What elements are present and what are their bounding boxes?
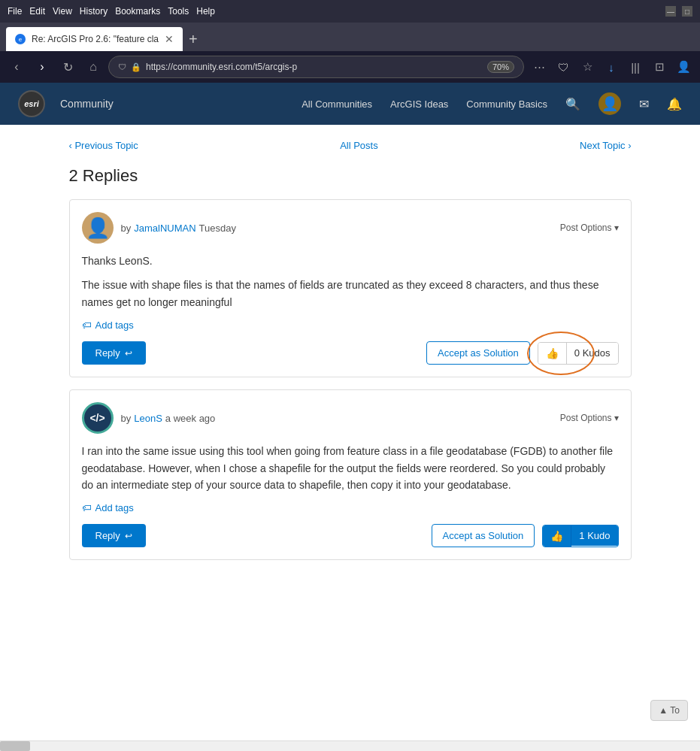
post-author-row-1: 👤 by JamalNUMAN Tuesday [82, 212, 236, 244]
tag-icon-2: 🏷 [82, 502, 92, 513]
browser-tab[interactable]: e Re: ArcGIS Pro 2.6: "feature cla ✕ [6, 27, 183, 51]
esri-logo[interactable]: esri [18, 90, 45, 117]
post-body-2: I ran into the same issue using this too… [82, 443, 619, 493]
page-content: Previous Topic All Posts Next Topic 2 Re… [57, 125, 644, 587]
privacy-icon: 🛡 [118, 62, 126, 71]
new-tab-button[interactable]: + [183, 27, 204, 51]
sync-icon[interactable]: ⊡ [649, 56, 670, 77]
url-text: https://community.esri.com/t5/arcgis-p [146, 62, 483, 72]
tab-title: Re: ArcGIS Pro 2.6: "feature cla [32, 34, 159, 44]
reply-button-2[interactable]: Reply ↩ [82, 524, 146, 547]
all-posts-link[interactable]: All Posts [340, 140, 378, 151]
reload-button[interactable]: ↻ [57, 56, 78, 77]
post-avatar-2: </> [82, 402, 114, 434]
kudos-thumb-button-2[interactable]: 👍 [543, 525, 571, 547]
add-tags-1[interactable]: 🏷 Add tags [82, 319, 619, 331]
kudos-count-2[interactable]: 1 Kudo [571, 525, 617, 546]
tab-favicon: e [15, 34, 26, 44]
site-header-nav: Community [60, 98, 114, 110]
post-body-1: Thanks LeonS. The issue with shape files… [82, 253, 619, 310]
back-button[interactable]: ‹ [6, 56, 27, 77]
post-author-row-2: </> by LeonS a week ago [82, 402, 216, 434]
kudos-wrapper-1: 👍 0 Kudos [538, 342, 619, 365]
tag-icon-1: 🏷 [82, 319, 92, 331]
post-meta-1: by JamalNUMAN Tuesday [121, 223, 236, 234]
titlebar-menu-view[interactable]: View [53, 6, 72, 17]
library-icon[interactable]: ||| [625, 56, 646, 77]
tab-bar: e Re: ArcGIS Pro 2.6: "feature cla ✕ + [0, 23, 700, 51]
titlebar-menu-help[interactable]: Help [196, 6, 215, 17]
address-bar: ‹ › ↻ ⌂ 🛡 🔒 https://community.esri.com/t… [0, 51, 700, 83]
post-body-para-1-0: Thanks LeonS. [82, 253, 619, 269]
window-controls: — □ [665, 6, 692, 17]
maximize-button[interactable]: □ [682, 6, 692, 17]
post-card-1: 👤 by JamalNUMAN Tuesday Post Options ▾ T… [69, 199, 632, 377]
arcgis-ideas-link[interactable]: ArcGIS Ideas [390, 98, 448, 110]
minimize-button[interactable]: — [665, 6, 676, 17]
post-actions-1: Reply ↩ Accept as Solution 👍 0 Kudos [82, 341, 619, 365]
bookmark-star-icon[interactable]: ☆ [577, 56, 598, 77]
post-options-button-1[interactable]: Post Options ▾ [560, 223, 619, 233]
url-bar[interactable]: 🛡 🔒 https://community.esri.com/t5/arcgis… [108, 56, 524, 78]
by-label-1: by [121, 223, 132, 234]
add-tags-2[interactable]: 🏷 Add tags [82, 502, 619, 513]
kudos-count-1[interactable]: 0 Kudos [567, 343, 618, 363]
header-menu: All Communities ArcGIS Ideas Community B… [302, 92, 682, 115]
post-date-1: Tuesday [199, 223, 236, 234]
more-options-button[interactable]: ⋯ [529, 56, 550, 77]
home-button[interactable]: ⌂ [83, 56, 104, 77]
post-header-1: 👤 by JamalNUMAN Tuesday Post Options ▾ [82, 212, 619, 244]
post-avatar-1: 👤 [82, 212, 114, 244]
post-options-button-2[interactable]: Post Options ▾ [560, 413, 619, 423]
site-header: esri Community All Communities ArcGIS Id… [0, 83, 700, 125]
tab-close-button[interactable]: ✕ [165, 33, 174, 45]
topic-nav: Previous Topic All Posts Next Topic [69, 140, 632, 151]
post-body-para-2-0: I ran into the same issue using this too… [82, 443, 619, 493]
author-link-2[interactable]: LeonS [134, 413, 162, 424]
accept-solution-button-2[interactable]: Accept as Solution [432, 524, 535, 547]
titlebar-menu-history[interactable]: History [80, 6, 108, 17]
download-button[interactable]: ↓ [601, 56, 622, 77]
search-icon[interactable]: 🔍 [565, 97, 580, 111]
by-label-2: by [121, 413, 132, 424]
notification-bell-icon[interactable]: 🔔 [667, 97, 682, 111]
kudos-button-2: 👍 1 Kudo [542, 525, 618, 547]
user-profile-icon[interactable]: 👤 [673, 56, 694, 77]
author-link-1[interactable]: JamalNUMAN [134, 223, 195, 234]
user-avatar[interactable]: 👤 [598, 92, 621, 115]
chevron-down-icon: ▾ [614, 223, 619, 233]
esri-logo-ball: esri [18, 90, 45, 117]
zoom-level[interactable]: 70% [487, 61, 514, 73]
post-header-2: </> by LeonS a week ago Post Options ▾ [82, 402, 619, 434]
next-topic-link[interactable]: Next Topic [580, 140, 631, 151]
forward-button[interactable]: › [32, 56, 53, 77]
reply-icon-1: ↩ [125, 348, 132, 359]
titlebar-menu-tools[interactable]: Tools [168, 6, 189, 17]
toolbar-icons: ⋯ 🛡 ☆ ↓ ||| ⊡ 👤 [529, 56, 694, 77]
reply-button-1[interactable]: Reply ↩ [82, 341, 146, 365]
titlebar-menu-bookmarks[interactable]: Bookmarks [115, 6, 160, 17]
mail-icon[interactable]: ✉ [639, 97, 649, 111]
shield-icon: 🛡 [553, 56, 574, 77]
lock-icon: 🔒 [131, 62, 141, 72]
post-body-para-1-1: The issue with shape files is that the n… [82, 277, 619, 310]
kudos-button-1: 👍 0 Kudos [538, 342, 619, 365]
reply-icon-2: ↩ [125, 531, 132, 541]
post-card-2: </> by LeonS a week ago Post Options ▾ I… [69, 389, 632, 560]
chevron-down-icon-2: ▾ [614, 413, 619, 423]
titlebar-menu-file[interactable]: File [8, 6, 22, 17]
post-date-2: a week ago [165, 413, 216, 424]
community-nav-link[interactable]: Community [60, 98, 114, 110]
kudos-thumb-button-1[interactable]: 👍 [538, 343, 567, 364]
browser-titlebar: File Edit View History Bookmarks Tools H… [0, 0, 700, 23]
titlebar-menu-edit[interactable]: Edit [29, 6, 45, 17]
all-communities-link[interactable]: All Communities [302, 98, 372, 110]
post-meta-2: by LeonS a week ago [121, 413, 216, 424]
community-basics-link[interactable]: Community Basics [466, 98, 547, 110]
accept-solution-button-1[interactable]: Accept as Solution [426, 341, 530, 365]
replies-heading: 2 Replies [69, 166, 632, 186]
post-actions-2: Reply ↩ Accept as Solution 👍 1 Kudo [82, 524, 619, 547]
previous-topic-link[interactable]: Previous Topic [69, 140, 138, 151]
